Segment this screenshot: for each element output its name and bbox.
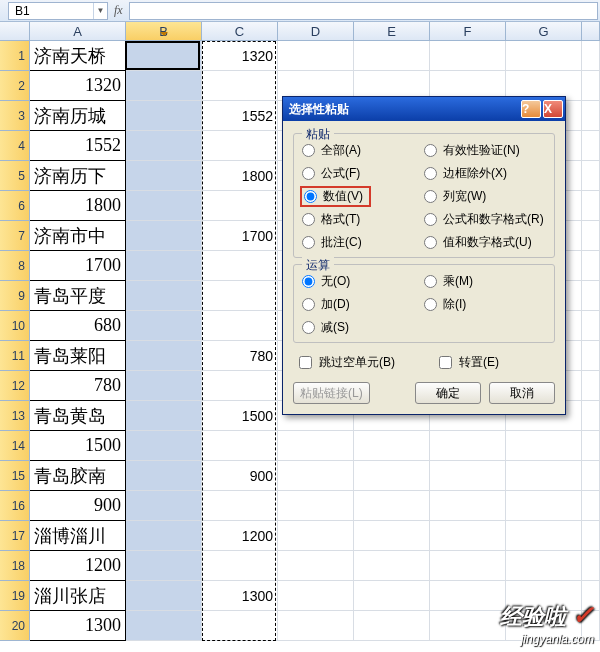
select-all-corner[interactable]	[0, 22, 30, 41]
close-button[interactable]: X	[543, 100, 563, 118]
cell-A12[interactable]: 780	[30, 371, 126, 401]
cell-A18[interactable]: 1200	[30, 551, 126, 581]
cell-F14[interactable]	[430, 431, 506, 461]
cell-F15[interactable]	[430, 461, 506, 491]
row-header[interactable]: 2	[0, 71, 30, 101]
cell-C13[interactable]: 1500	[202, 401, 278, 431]
row-header[interactable]: 17	[0, 521, 30, 551]
cell-C10[interactable]	[202, 311, 278, 341]
paste-option[interactable]: 边框除外(X)	[424, 165, 546, 182]
row-header[interactable]: 16	[0, 491, 30, 521]
cell-F1[interactable]	[430, 41, 506, 71]
cell-B17[interactable]	[126, 521, 202, 551]
cell-C8[interactable]	[202, 251, 278, 281]
paste-radio[interactable]	[424, 190, 437, 203]
calc-option[interactable]: 乘(M)	[424, 273, 546, 290]
cell-B11[interactable]	[126, 341, 202, 371]
cell-H18[interactable]	[582, 551, 600, 581]
cell-D14[interactable]	[278, 431, 354, 461]
calc-radio[interactable]	[302, 275, 315, 288]
cell-H2[interactable]	[582, 71, 600, 101]
column-header-B[interactable]: B	[126, 22, 202, 41]
cell-A9[interactable]: 青岛平度	[30, 281, 126, 311]
cell-E17[interactable]	[354, 521, 430, 551]
row-header[interactable]: 10	[0, 311, 30, 341]
cell-G15[interactable]	[506, 461, 582, 491]
cell-E18[interactable]	[354, 551, 430, 581]
cell-B5[interactable]	[126, 161, 202, 191]
skip-blanks-checkbox[interactable]: 跳过空单元(B)	[295, 353, 395, 372]
skip-blanks-input[interactable]	[299, 356, 312, 369]
cell-G20[interactable]	[506, 611, 582, 641]
cell-C16[interactable]	[202, 491, 278, 521]
cell-A13[interactable]: 青岛黄岛	[30, 401, 126, 431]
cell-B9[interactable]	[126, 281, 202, 311]
row-header[interactable]: 4	[0, 131, 30, 161]
cell-F19[interactable]	[430, 581, 506, 611]
paste-option[interactable]: 全部(A)	[302, 142, 424, 159]
cell-C1[interactable]: 1320	[202, 41, 278, 71]
calc-radio[interactable]	[424, 275, 437, 288]
column-header-F[interactable]: F	[430, 22, 506, 41]
cell-H16[interactable]	[582, 491, 600, 521]
paste-radio[interactable]	[302, 236, 315, 249]
cell-H15[interactable]	[582, 461, 600, 491]
cell-C15[interactable]: 900	[202, 461, 278, 491]
cell-E15[interactable]	[354, 461, 430, 491]
paste-link-button[interactable]: 粘贴链接(L)	[293, 382, 370, 404]
row-header[interactable]: 11	[0, 341, 30, 371]
cell-B15[interactable]	[126, 461, 202, 491]
cell-B2[interactable]	[126, 71, 202, 101]
row-header[interactable]: 15	[0, 461, 30, 491]
cell-H7[interactable]	[582, 221, 600, 251]
cell-H10[interactable]	[582, 311, 600, 341]
row-header[interactable]: 1	[0, 41, 30, 71]
cell-F17[interactable]	[430, 521, 506, 551]
cell-H14[interactable]	[582, 431, 600, 461]
cell-A7[interactable]: 济南市中	[30, 221, 126, 251]
paste-radio[interactable]	[302, 144, 315, 157]
cell-C18[interactable]	[202, 551, 278, 581]
cell-A15[interactable]: 青岛胶南	[30, 461, 126, 491]
paste-option[interactable]: 批注(C)	[302, 234, 424, 251]
paste-option[interactable]: 公式和数字格式(R)	[424, 211, 546, 228]
column-header-A[interactable]: A	[30, 22, 126, 41]
row-header[interactable]: 20	[0, 611, 30, 641]
calc-radio[interactable]	[302, 298, 315, 311]
cell-H8[interactable]	[582, 251, 600, 281]
row-header[interactable]: 18	[0, 551, 30, 581]
paste-radio[interactable]	[304, 190, 317, 203]
row-header[interactable]: 9	[0, 281, 30, 311]
cell-B4[interactable]	[126, 131, 202, 161]
cell-D19[interactable]	[278, 581, 354, 611]
row-header[interactable]: 7	[0, 221, 30, 251]
cell-C20[interactable]	[202, 611, 278, 641]
paste-option[interactable]: 数值(V)	[302, 188, 424, 205]
cell-B10[interactable]	[126, 311, 202, 341]
cell-B16[interactable]	[126, 491, 202, 521]
cell-G14[interactable]	[506, 431, 582, 461]
cell-C3[interactable]: 1552	[202, 101, 278, 131]
cell-C12[interactable]	[202, 371, 278, 401]
name-box[interactable]: B1 ▼	[8, 2, 108, 20]
cell-A2[interactable]: 1320	[30, 71, 126, 101]
row-header[interactable]: 8	[0, 251, 30, 281]
cell-B3[interactable]	[126, 101, 202, 131]
cell-H9[interactable]	[582, 281, 600, 311]
cancel-button[interactable]: 取消	[489, 382, 555, 404]
cell-A3[interactable]: 济南历城	[30, 101, 126, 131]
paste-radio[interactable]	[424, 144, 437, 157]
row-header[interactable]: 13	[0, 401, 30, 431]
cell-E19[interactable]	[354, 581, 430, 611]
column-header-H[interactable]	[582, 22, 600, 41]
cell-A16[interactable]: 900	[30, 491, 126, 521]
cell-D20[interactable]	[278, 611, 354, 641]
cell-H17[interactable]	[582, 521, 600, 551]
transpose-checkbox[interactable]: 转置(E)	[435, 353, 499, 372]
calc-option[interactable]: 减(S)	[302, 319, 424, 336]
cell-A8[interactable]: 1700	[30, 251, 126, 281]
cell-A6[interactable]: 1800	[30, 191, 126, 221]
dialog-titlebar[interactable]: 选择性粘贴 ? X	[283, 97, 565, 121]
cell-C14[interactable]	[202, 431, 278, 461]
row-header[interactable]: 5	[0, 161, 30, 191]
